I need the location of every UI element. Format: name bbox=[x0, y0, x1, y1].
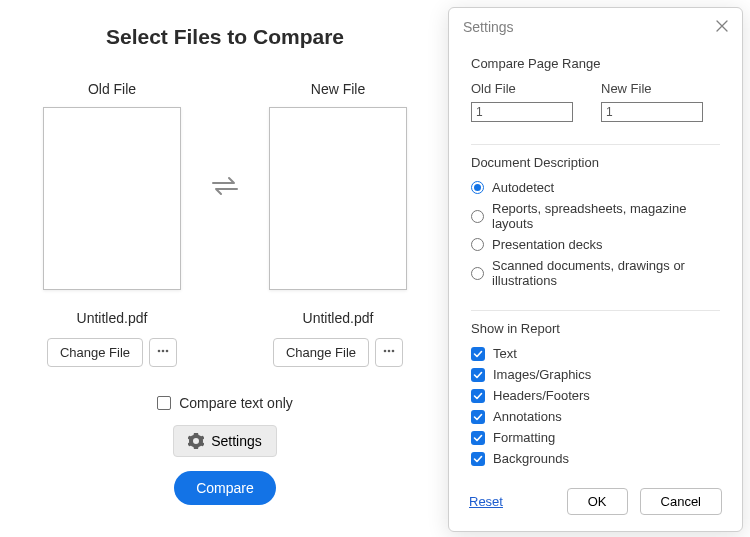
doc-description-option-label: Scanned documents, drawings or illustrat… bbox=[492, 258, 720, 288]
settings-dialog: Settings Compare Page Range Old File New… bbox=[448, 7, 743, 532]
show-in-report-option-label: Text bbox=[493, 346, 517, 361]
divider bbox=[471, 144, 720, 145]
compare-text-only-checkbox[interactable]: Compare text only bbox=[157, 395, 293, 411]
page-range-heading: Compare Page Range bbox=[471, 56, 720, 71]
ok-button[interactable]: OK bbox=[567, 488, 628, 515]
more-icon bbox=[382, 344, 396, 361]
page-range-new-label: New File bbox=[601, 81, 703, 96]
doc-description-heading: Document Description bbox=[471, 155, 720, 170]
svg-point-2 bbox=[166, 350, 169, 353]
show-in-report-option-label: Headers/Footers bbox=[493, 388, 590, 403]
doc-description-option[interactable]: Presentation decks bbox=[471, 237, 720, 252]
page-range-old-label: Old File bbox=[471, 81, 573, 96]
checkbox-icon bbox=[471, 452, 485, 466]
show-in-report-option-label: Images/Graphics bbox=[493, 367, 591, 382]
show-in-report-option[interactable]: Backgrounds bbox=[471, 451, 720, 466]
show-in-report-option-label: Backgrounds bbox=[493, 451, 569, 466]
old-file-column: Old File Untitled.pdf Change File bbox=[32, 81, 192, 367]
old-file-name: Untitled.pdf bbox=[32, 310, 192, 326]
show-in-report-option[interactable]: Images/Graphics bbox=[471, 367, 720, 382]
reset-link[interactable]: Reset bbox=[469, 494, 503, 509]
doc-description-option-label: Reports, spreadsheets, magazine layouts bbox=[492, 201, 720, 231]
new-file-thumbnail[interactable] bbox=[269, 107, 407, 290]
show-in-report-option-label: Formatting bbox=[493, 430, 555, 445]
show-in-report-option[interactable]: Annotations bbox=[471, 409, 720, 424]
cancel-button[interactable]: Cancel bbox=[640, 488, 722, 515]
checkbox-icon bbox=[471, 389, 485, 403]
radio-icon bbox=[471, 181, 484, 194]
gear-icon bbox=[188, 433, 204, 449]
settings-button-label: Settings bbox=[211, 433, 262, 449]
compare-button[interactable]: Compare bbox=[174, 471, 276, 505]
doc-description-option[interactable]: Autodetect bbox=[471, 180, 720, 195]
old-file-heading: Old File bbox=[32, 81, 192, 97]
new-file-name: Untitled.pdf bbox=[258, 310, 418, 326]
page-title: Select Files to Compare bbox=[0, 25, 450, 49]
close-icon[interactable] bbox=[712, 16, 732, 38]
checkbox-icon bbox=[471, 431, 485, 445]
old-file-thumbnail[interactable] bbox=[43, 107, 181, 290]
page-range-new-input[interactable] bbox=[601, 102, 703, 122]
doc-description-option[interactable]: Scanned documents, drawings or illustrat… bbox=[471, 258, 720, 288]
checkbox-icon bbox=[157, 396, 171, 410]
svg-point-1 bbox=[162, 350, 165, 353]
radio-icon bbox=[471, 210, 484, 223]
show-in-report-option[interactable]: Text bbox=[471, 346, 720, 361]
new-file-heading: New File bbox=[258, 81, 418, 97]
dialog-title: Settings bbox=[463, 19, 514, 35]
svg-point-5 bbox=[392, 350, 395, 353]
page-range-old-input[interactable] bbox=[471, 102, 573, 122]
doc-description-option-label: Presentation decks bbox=[492, 237, 603, 252]
new-file-column: New File Untitled.pdf Change File bbox=[258, 81, 418, 367]
change-new-file-button[interactable]: Change File bbox=[273, 338, 369, 367]
show-in-report-option[interactable]: Headers/Footers bbox=[471, 388, 720, 403]
show-in-report-option[interactable]: Formatting bbox=[471, 430, 720, 445]
divider bbox=[471, 310, 720, 311]
radio-icon bbox=[471, 267, 484, 280]
radio-icon bbox=[471, 238, 484, 251]
svg-point-4 bbox=[388, 350, 391, 353]
more-icon bbox=[156, 344, 170, 361]
new-file-menu-button[interactable] bbox=[375, 338, 403, 367]
swap-icon[interactable] bbox=[210, 174, 240, 198]
show-in-report-option-label: Annotations bbox=[493, 409, 562, 424]
checkbox-icon bbox=[471, 347, 485, 361]
change-old-file-button[interactable]: Change File bbox=[47, 338, 143, 367]
doc-description-option[interactable]: Reports, spreadsheets, magazine layouts bbox=[471, 201, 720, 231]
settings-button[interactable]: Settings bbox=[173, 425, 277, 457]
doc-description-option-label: Autodetect bbox=[492, 180, 554, 195]
svg-point-0 bbox=[158, 350, 161, 353]
compare-text-only-label: Compare text only bbox=[179, 395, 293, 411]
show-in-report-heading: Show in Report bbox=[471, 321, 720, 336]
checkbox-icon bbox=[471, 368, 485, 382]
svg-point-3 bbox=[384, 350, 387, 353]
old-file-menu-button[interactable] bbox=[149, 338, 177, 367]
checkbox-icon bbox=[471, 410, 485, 424]
